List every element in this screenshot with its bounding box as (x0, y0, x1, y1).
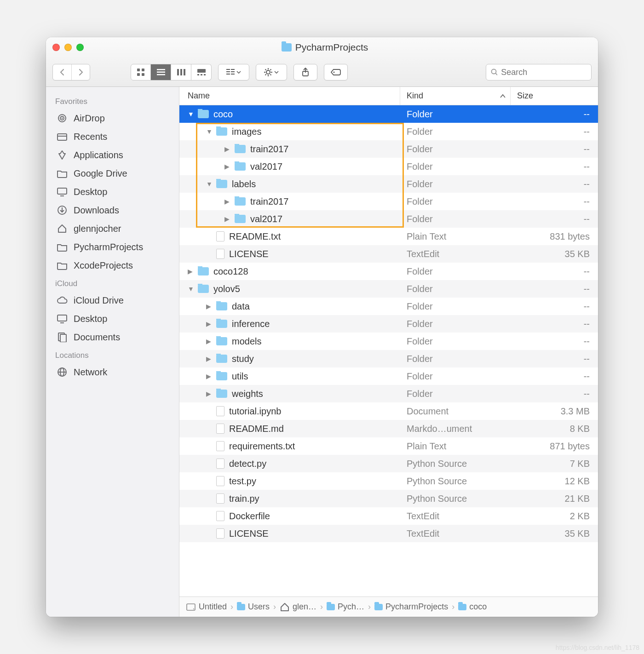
sidebar-item-label: Downloads (74, 205, 119, 216)
table-row[interactable]: train.pyPython Source21 KB (179, 490, 598, 507)
share-button[interactable] (293, 64, 317, 80)
table-row[interactable]: detect.pyPython Source7 KB (179, 455, 598, 472)
disclosure-triangle-icon[interactable]: ▶ (224, 145, 231, 153)
sidebar-item-documents[interactable]: Documents (46, 328, 179, 346)
close-icon[interactable] (52, 44, 60, 51)
svg-rect-43 (58, 315, 67, 321)
list-view-button[interactable] (151, 64, 171, 80)
chevron-right-icon: › (452, 602, 454, 612)
file-size: -- (511, 266, 598, 277)
disclosure-triangle-icon[interactable]: ▶ (206, 373, 213, 380)
column-header-kind[interactable]: Kind (400, 87, 511, 105)
search-input[interactable] (501, 68, 586, 77)
gallery-view-button[interactable] (191, 64, 212, 80)
file-kind: TextEdit (400, 511, 511, 522)
disclosure-triangle-icon[interactable]: ▼ (206, 180, 213, 188)
disclosure-triangle-icon[interactable]: ▶ (224, 215, 231, 223)
table-row[interactable]: LICENSETextEdit35 KB (179, 525, 598, 542)
forward-button[interactable] (71, 64, 90, 80)
sidebar-item-glennjocher[interactable]: glennjocher (46, 219, 179, 238)
disclosure-triangle-icon[interactable]: ▶ (206, 320, 213, 327)
table-row[interactable]: ▶val2017Folder-- (179, 210, 598, 228)
table-row[interactable]: ▼yolov5Folder-- (179, 280, 598, 298)
table-row[interactable]: ▶coco128Folder-- (179, 263, 598, 280)
folder-icon (282, 43, 292, 52)
path-segment[interactable]: Pych… (327, 602, 364, 612)
sidebar-item-network[interactable]: Network (46, 363, 179, 381)
table-row[interactable]: ▶modelsFolder-- (179, 333, 598, 350)
disclosure-triangle-icon[interactable]: ▶ (206, 355, 213, 362)
icon-view-button[interactable] (131, 64, 151, 80)
sidebar-item-desktop[interactable]: Desktop (46, 183, 179, 201)
table-row[interactable]: ▶weightsFolder-- (179, 385, 598, 402)
table-row[interactable]: ▶inferenceFolder-- (179, 315, 598, 333)
zoom-icon[interactable] (76, 44, 84, 51)
file-name: utils (232, 371, 248, 382)
search-field[interactable] (486, 64, 592, 80)
folder-icon (216, 355, 227, 363)
path-segment[interactable]: coco (458, 602, 487, 612)
tag-icon (331, 69, 341, 76)
table-row[interactable]: test.pyPython Source12 KB (179, 472, 598, 490)
svg-rect-14 (226, 69, 230, 70)
svg-rect-15 (226, 71, 230, 72)
disclosure-triangle-icon[interactable]: ▼ (188, 110, 194, 118)
sidebar-item-google-drive[interactable]: Google Drive (46, 164, 179, 183)
table-row[interactable]: ▶val2017Folder-- (179, 158, 598, 175)
sidebar-item-pycharmprojects[interactable]: PycharmProjects (46, 238, 179, 256)
disclosure-triangle-icon[interactable]: ▶ (206, 338, 213, 345)
tags-button[interactable] (324, 64, 348, 80)
column-header-name[interactable]: Name (179, 87, 400, 105)
path-segment[interactable]: Users (237, 602, 270, 612)
disclosure-triangle-icon[interactable]: ▶ (188, 268, 194, 275)
table-row[interactable]: ▼cocoFolder-- (179, 105, 598, 123)
back-button[interactable] (53, 64, 71, 80)
file-name: data (232, 301, 250, 312)
column-header-size[interactable]: Size (511, 87, 598, 105)
folder-icon (235, 215, 246, 223)
table-row[interactable]: README.txtPlain Text831 bytes (179, 228, 598, 245)
file-kind: Folder (400, 144, 511, 155)
action-button[interactable] (256, 64, 287, 80)
svg-rect-37 (58, 134, 67, 140)
sidebar-item-xcodeprojects[interactable]: XcodeProjects (46, 256, 179, 275)
svg-rect-17 (231, 69, 235, 70)
sidebar-item-recents[interactable]: Recents (46, 127, 179, 146)
minimize-icon[interactable] (64, 44, 72, 51)
path-segment[interactable]: Untitled (186, 602, 227, 612)
table-row[interactable]: ▼labelsFolder-- (179, 175, 598, 193)
table-row[interactable]: ▶dataFolder-- (179, 298, 598, 315)
disclosure-triangle-icon[interactable]: ▼ (188, 285, 194, 293)
disclosure-triangle-icon[interactable]: ▶ (224, 163, 231, 170)
table-row[interactable]: requirements.txtPlain Text871 bytes (179, 437, 598, 455)
sidebar-item-downloads[interactable]: Downloads (46, 201, 179, 219)
file-size: -- (511, 354, 598, 364)
disclosure-triangle-icon[interactable]: ▶ (206, 303, 213, 310)
path-segment[interactable]: glen… (280, 602, 316, 612)
file-size: 35 KB (511, 528, 598, 539)
chevron-down-icon (274, 71, 279, 74)
table-row[interactable]: ▶train2017Folder-- (179, 193, 598, 210)
svg-rect-19 (231, 74, 235, 75)
disclosure-triangle-icon[interactable]: ▶ (224, 198, 231, 205)
group-by-button[interactable] (218, 64, 249, 80)
table-row[interactable]: ▶studyFolder-- (179, 350, 598, 367)
table-row[interactable]: ▶train2017Folder-- (179, 140, 598, 158)
sidebar-item-desktop[interactable]: Desktop (46, 310, 179, 328)
path-segment[interactable]: PycharmProjects (374, 602, 448, 612)
folder-icon (216, 127, 227, 136)
disclosure-triangle-icon[interactable]: ▶ (206, 390, 213, 397)
table-row[interactable]: LICENSETextEdit35 KB (179, 245, 598, 263)
table-row[interactable]: ▼imagesFolder-- (179, 123, 598, 140)
disclosure-triangle-icon[interactable]: ▼ (206, 128, 213, 135)
sidebar-item-label: Google Drive (74, 168, 127, 179)
sidebar-item-icloud-drive[interactable]: iCloud Drive (46, 291, 179, 310)
table-row[interactable]: ▶utilsFolder-- (179, 367, 598, 385)
file-icon (216, 441, 224, 451)
table-row[interactable]: README.mdMarkdo…ument8 KB (179, 420, 598, 437)
column-view-button[interactable] (171, 64, 191, 80)
sidebar-item-applications[interactable]: Applications (46, 146, 179, 164)
table-row[interactable]: tutorial.ipynbDocument3.3 MB (179, 402, 598, 420)
sidebar-item-airdrop[interactable]: AirDrop (46, 109, 179, 127)
table-row[interactable]: DockerfileTextEdit2 KB (179, 507, 598, 525)
